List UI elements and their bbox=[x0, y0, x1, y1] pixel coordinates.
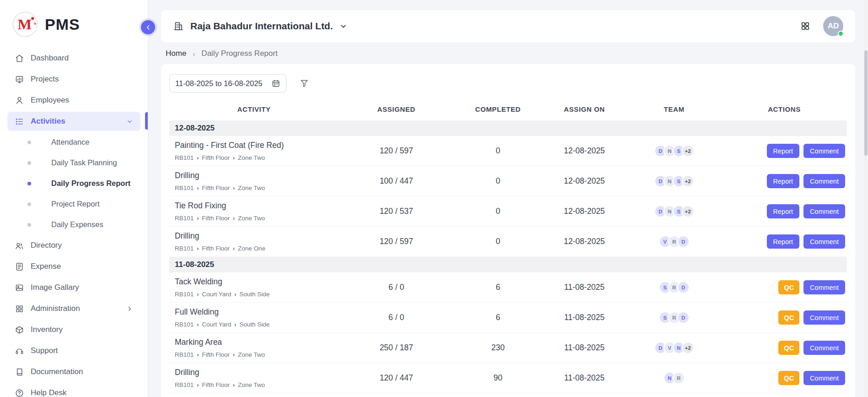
apps-grid-button[interactable] bbox=[800, 21, 810, 31]
sidebar-item-employees[interactable]: Employees bbox=[0, 90, 148, 111]
completed-value: 0 bbox=[454, 176, 542, 186]
scrollbar-thumb[interactable] bbox=[864, 50, 868, 156]
team-more-badge[interactable]: +2 bbox=[682, 342, 694, 354]
sidebar-item-directory[interactable]: Directory bbox=[0, 235, 148, 256]
qc-button[interactable]: QC bbox=[778, 280, 799, 294]
chevron-right-icon: › bbox=[233, 215, 235, 222]
filter-button[interactable] bbox=[299, 78, 309, 88]
sidebar-item-inventory[interactable]: Inventory bbox=[0, 319, 148, 340]
activity-row: Painting - First Coat (Fire Red) RB101›F… bbox=[169, 136, 847, 166]
sidebar-item-label: Expense bbox=[31, 262, 61, 271]
qc-button[interactable]: QC bbox=[778, 371, 799, 385]
user-avatar[interactable]: AD bbox=[823, 16, 843, 36]
row-actions: QCComment bbox=[722, 341, 847, 355]
assign-on-value: 12-08-2025 bbox=[542, 207, 627, 216]
path-segment: Court Yard bbox=[202, 291, 231, 298]
chevron-right-icon: › bbox=[233, 382, 235, 388]
path-segment: RB101 bbox=[175, 351, 194, 358]
sidebar-item-label: Projects bbox=[31, 75, 59, 84]
sidebar-item-help-desk[interactable]: Help Desk bbox=[0, 382, 148, 397]
sidebar-subitem-label: Project Report bbox=[51, 200, 99, 208]
chevron-right-icon: › bbox=[197, 185, 199, 191]
inventory-icon bbox=[15, 325, 24, 335]
activity-name: Drilling bbox=[175, 171, 335, 180]
page-scrollbar[interactable] bbox=[864, 0, 868, 397]
report-card: 11-08-2025 to 16-08-2025 ACTIVITY ASSIGN… bbox=[161, 64, 855, 397]
date-range-value: 11-08-2025 to 16-08-2025 bbox=[175, 79, 263, 88]
sidebar-item-label: Image Gallary bbox=[31, 283, 79, 292]
sidebar-item-documentation[interactable]: Documentation bbox=[0, 361, 148, 382]
report-button[interactable]: Report bbox=[767, 204, 800, 218]
comment-button[interactable]: Comment bbox=[803, 371, 845, 385]
breadcrumb-current: Daily Progress Report bbox=[201, 49, 277, 58]
sidebar-item-attendance[interactable]: Attendance bbox=[0, 132, 148, 152]
path-segment: Fifth Floor bbox=[202, 215, 230, 222]
breadcrumb-home-link[interactable]: Home bbox=[166, 49, 186, 58]
activity-cell: Tack Welding RB101›Court Yard›South Side bbox=[169, 273, 339, 301]
sidebar-item-dashboard[interactable]: Dashboard bbox=[0, 48, 148, 69]
team-more-badge[interactable]: +2 bbox=[682, 145, 694, 157]
team-avatar: D bbox=[677, 311, 690, 324]
sidebar-collapse-button[interactable] bbox=[141, 20, 155, 34]
activity-name: Full Welding bbox=[175, 307, 335, 317]
team-more-badge[interactable]: +2 bbox=[682, 175, 694, 187]
assigned-value: 120 / 537 bbox=[339, 207, 454, 216]
activity-path: RB101›Court Yard›South Side bbox=[175, 291, 335, 298]
date-range-input[interactable]: 11-08-2025 to 16-08-2025 bbox=[169, 74, 286, 92]
activity-row: Marking Area RB101›Fifth Floor›Zone Two … bbox=[169, 333, 847, 363]
comment-button[interactable]: Comment bbox=[803, 310, 845, 325]
activity-row: Drilling RB101›Fifth Floor›Zone Two 100 … bbox=[169, 166, 847, 196]
path-segment: Zone Two bbox=[238, 215, 265, 222]
chevron-right-icon: › bbox=[197, 321, 199, 328]
completed-value: 230 bbox=[454, 343, 542, 353]
administration-icon bbox=[15, 304, 24, 314]
company-selector[interactable]: Raja Bahadur International Ltd. bbox=[173, 21, 347, 32]
sidebar-item-project-report[interactable]: Project Report bbox=[0, 194, 148, 214]
bullet-icon bbox=[27, 223, 31, 227]
comment-button[interactable]: Comment bbox=[803, 280, 845, 294]
activity-name: Drilling bbox=[175, 231, 335, 241]
sidebar-item-support[interactable]: Support bbox=[0, 340, 148, 361]
qc-button[interactable]: QC bbox=[778, 341, 799, 355]
company-name: Raja Bahadur International Ltd. bbox=[190, 21, 333, 32]
projects-icon bbox=[15, 75, 24, 84]
activity-path: RB101›Fifth Floor›Zone Two bbox=[175, 154, 335, 161]
path-segment: South Side bbox=[239, 291, 270, 298]
comment-button[interactable]: Comment bbox=[803, 174, 845, 188]
comment-button[interactable]: Comment bbox=[803, 204, 845, 218]
chevron-right-icon: › bbox=[197, 382, 199, 388]
report-button[interactable]: Report bbox=[767, 234, 800, 249]
team-more-badge[interactable]: +2 bbox=[682, 205, 694, 218]
activity-name: Tie Rod Fixing bbox=[175, 201, 335, 211]
report-button[interactable]: Report bbox=[767, 174, 800, 188]
sidebar-item-label: Support bbox=[31, 346, 58, 355]
comment-button[interactable]: Comment bbox=[803, 341, 845, 355]
report-button[interactable]: Report bbox=[767, 144, 800, 158]
assigned-value: 250 / 187 bbox=[339, 343, 454, 353]
documentation-icon bbox=[15, 367, 24, 377]
date-group-row: 11-08-2025 bbox=[169, 257, 847, 272]
team-avatar: D bbox=[677, 281, 690, 294]
sidebar-item-daily-expenses[interactable]: Daily Expenses bbox=[0, 214, 148, 235]
sidebar-item-administration[interactable]: Administration bbox=[0, 298, 148, 319]
sidebar-item-activities[interactable]: Activities bbox=[0, 111, 148, 132]
team-avatars: SRD bbox=[627, 311, 722, 324]
row-actions: QCComment bbox=[722, 310, 847, 325]
chevron-right-icon bbox=[126, 305, 133, 312]
sidebar-item-daily-task-planning[interactable]: Daily Task Planning bbox=[0, 152, 148, 173]
sidebar-item-image-gallary[interactable]: Image Gallary bbox=[0, 277, 148, 298]
path-segment: Zone Two bbox=[238, 381, 265, 388]
completed-value: 0 bbox=[454, 146, 542, 156]
assign-on-value: 12-08-2025 bbox=[542, 176, 627, 186]
sidebar-item-daily-progress-report[interactable]: Daily Progress Report bbox=[0, 173, 148, 194]
qc-button[interactable]: QC bbox=[778, 310, 799, 325]
team-avatars: DNS+2 bbox=[627, 175, 722, 187]
sidebar-item-projects[interactable]: Projects bbox=[0, 69, 148, 90]
comment-button[interactable]: Comment bbox=[803, 144, 845, 158]
activity-cell: Drilling RB101›Fifth Floor›Zone One bbox=[169, 228, 339, 256]
sidebar-item-expense[interactable]: Expense bbox=[0, 256, 148, 277]
column-header-assigned: ASSIGNED bbox=[339, 105, 454, 113]
chevron-right-icon: › bbox=[197, 352, 199, 358]
comment-button[interactable]: Comment bbox=[803, 234, 845, 249]
table-header-row: ACTIVITY ASSIGNED COMPLETED ASSIGN ON TE… bbox=[169, 103, 847, 120]
